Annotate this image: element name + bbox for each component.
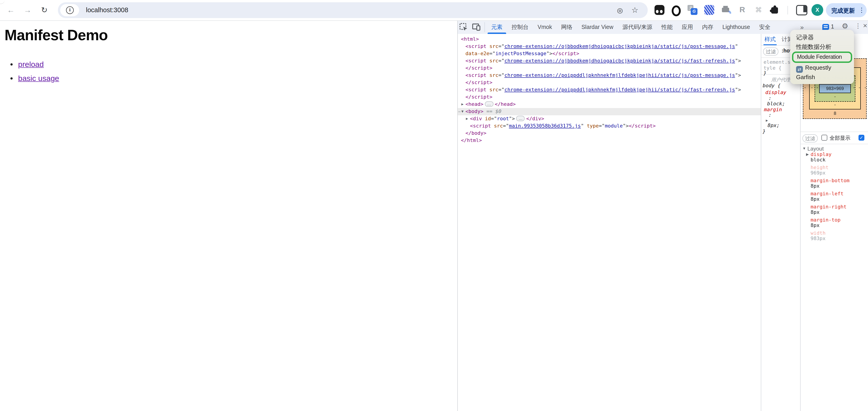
computed-prop-name[interactable]: margin-left (811, 191, 844, 197)
menu-item-记录器[interactable]: 记录器 (790, 33, 854, 42)
preview-icon[interactable]: ◎ (617, 6, 623, 14)
expand-arrow-icon[interactable]: ▶ (461, 101, 464, 108)
devtools-tab-网络[interactable]: 网络 (557, 20, 577, 34)
forward-button[interactable]: → (22, 4, 33, 16)
page-link[interactable]: basic usage (18, 74, 59, 83)
collapsed-content-ellipsis[interactable]: … (516, 116, 525, 121)
printer-extension-icon[interactable]: ✎ (721, 5, 731, 15)
computed-prop-name[interactable]: display (811, 152, 832, 157)
devtools-tab-Lighthouse[interactable]: Lighthouse (718, 20, 754, 34)
menu-item-Garfish[interactable]: Garfish (790, 72, 854, 82)
style-rule-text[interactable]: block; (767, 101, 785, 107)
box-model-dash-value[interactable]: - (851, 85, 857, 90)
menu-item-Requestly[interactable]: ⇄Requestly (790, 63, 854, 72)
dom-tree-row[interactable]: <script src="chrome-extension://ojbbodke… (458, 43, 761, 50)
dom-tree-row[interactable]: </script> (458, 65, 761, 72)
devtools-tab-安全[interactable]: 安全 (755, 20, 775, 34)
stripes-extension-icon[interactable] (704, 5, 714, 15)
style-rule-text[interactable]: element.s (764, 59, 790, 65)
reload-button[interactable]: ↻ (38, 4, 50, 16)
node-overlay-dots-icon[interactable]: ⋯ (458, 108, 460, 115)
devtools-tab-性能[interactable]: 性能 (657, 20, 677, 34)
collapse-arrow-icon[interactable]: ▼ (461, 108, 464, 115)
panda-extension-icon[interactable] (654, 5, 664, 15)
computed-prop-name[interactable]: width (811, 230, 826, 236)
computed-prop-name[interactable]: margin-bottom (811, 178, 849, 184)
box-model-margin-bottom-value[interactable]: 8 (832, 111, 838, 116)
devtools-menu-dots-icon[interactable]: ⋮ (855, 22, 861, 29)
style-rule-text[interactable]: display (765, 90, 786, 95)
devtools-tab-内存[interactable]: 内存 (698, 20, 718, 34)
resource-link[interactable]: chrome-extension://poippddljpknhnekfmjlf… (504, 87, 735, 93)
box-model-dash-value[interactable]: - (815, 85, 820, 90)
dom-tree-row[interactable]: <html> (458, 36, 761, 43)
dom-tree-row[interactable]: <script src="chrome-extension://ojbbodke… (458, 57, 761, 65)
dom-tree-row[interactable]: ▶<head>…</head> (458, 101, 761, 108)
group-checkbox[interactable]: ✓ (859, 135, 864, 140)
box-model-dash-value[interactable]: - (863, 85, 868, 90)
devtools-settings-gear-icon[interactable]: ⚙ (842, 22, 848, 30)
menu-item-性能数据分析[interactable]: 性能数据分析 (790, 42, 854, 52)
devtools-tab-控制台[interactable]: 控制台 (507, 20, 533, 34)
box-model-dash-value[interactable]: - (809, 85, 815, 90)
expand-arrow-icon[interactable]: ▶ (466, 115, 468, 123)
style-rule-text[interactable]: : (769, 95, 771, 101)
dom-tree-row[interactable]: data-e2e="injectPostMessage"></script> (458, 50, 761, 57)
dom-tree-row[interactable]: </html> (458, 137, 761, 144)
style-rule-text[interactable]: } (763, 128, 766, 134)
back-button[interactable]: ← (5, 4, 17, 16)
resource-link[interactable]: chrome-extension://ojbbodkemjdhoiogaicbc… (504, 58, 735, 64)
tab-styles[interactable]: 样式 (765, 36, 776, 43)
devtools-tab-应用[interactable]: 应用 (677, 20, 698, 34)
dom-tree-row[interactable]: ⋯▼<body> == $0 (458, 108, 761, 115)
computed-prop-name[interactable]: height (811, 165, 829, 170)
extensions-puzzle-icon[interactable] (770, 5, 780, 15)
box-model-dash-value[interactable]: - (832, 102, 838, 107)
expand-arrow-icon[interactable]: ▶ (806, 152, 809, 156)
dom-tree-row[interactable]: </body> (458, 130, 761, 137)
box-model-dash-value[interactable]: - (832, 94, 838, 99)
menu-item-Module Federation[interactable]: Module Federation (792, 52, 852, 63)
update-chrome-button[interactable]: 完成更新 ⋮ (826, 3, 867, 17)
resource-link[interactable]: main.99353058b36d3175.js (509, 123, 581, 129)
resource-link[interactable]: chrome-extension://ojbbodkemjdhoiogaicbc… (504, 43, 735, 49)
style-rule-text[interactable]: 8px; (768, 123, 780, 128)
oval-extension-icon[interactable] (671, 5, 681, 15)
url-text[interactable]: localhost:3008 (86, 6, 128, 13)
computed-prop-name[interactable]: margin-top (811, 218, 840, 223)
devtools-tab-元素[interactable]: 元素 (487, 20, 507, 34)
layout-section-chevron-icon[interactable]: ▼ (802, 147, 806, 151)
page-link[interactable]: preload (18, 60, 44, 69)
style-rule-text[interactable]: } (764, 70, 767, 76)
style-rule-text[interactable]: margin (764, 107, 782, 113)
dom-tree-row[interactable]: </script> (458, 94, 761, 101)
devtools-tab-Vmok[interactable]: Vmok (533, 20, 557, 34)
side-panel-icon[interactable] (796, 5, 807, 15)
box-model-content[interactable]: 983×969 (819, 84, 851, 93)
collapsed-content-ellipsis[interactable]: … (485, 101, 494, 107)
style-rule-text[interactable]: : (769, 112, 771, 118)
device-toolbar-icon[interactable] (472, 23, 481, 32)
computed-filter-input[interactable]: 过滤 (802, 134, 818, 143)
styles-filter-input[interactable]: 过滤 (763, 48, 778, 56)
dom-tree-row[interactable]: <script src="main.99353058b36d3175.js" t… (458, 123, 761, 130)
dom-tree-row[interactable]: ▶<div id="root">…</div> (458, 115, 761, 123)
box-model-dash-value[interactable]: - (802, 85, 808, 90)
box-model-dash-value[interactable]: - (857, 85, 862, 90)
dom-tree-row[interactable]: <script src="chrome-extension://poippddl… (458, 72, 761, 79)
devtools-tab-Slardar View[interactable]: Slardar View (577, 20, 618, 34)
translate-extension-icon[interactable]: 文G (687, 5, 698, 15)
site-info-icon[interactable]: i (66, 6, 74, 14)
devtools-tab-源代码/来源[interactable]: 源代码/来源 (618, 20, 657, 34)
show-all-checkbox[interactable] (822, 135, 827, 140)
dom-tree-row[interactable]: <script src="chrome-extension://poippddl… (458, 86, 761, 94)
computed-prop-name[interactable]: margin-right (811, 204, 846, 210)
bookmark-star-icon[interactable]: ☆ (631, 5, 639, 15)
address-bar[interactable]: i localhost:3008 ◎ ☆ (58, 2, 648, 18)
inspect-element-icon[interactable] (459, 23, 468, 32)
dom-tree-row[interactable]: </script> (458, 79, 761, 86)
style-rule-text[interactable]: body { (763, 83, 781, 89)
browser-menu-dots-icon[interactable]: ⋮ (859, 6, 865, 13)
clover-extension-icon[interactable]: ⌘ (753, 5, 764, 15)
resource-link[interactable]: chrome-extension://poippddljpknhnekfmjlf… (504, 72, 735, 78)
